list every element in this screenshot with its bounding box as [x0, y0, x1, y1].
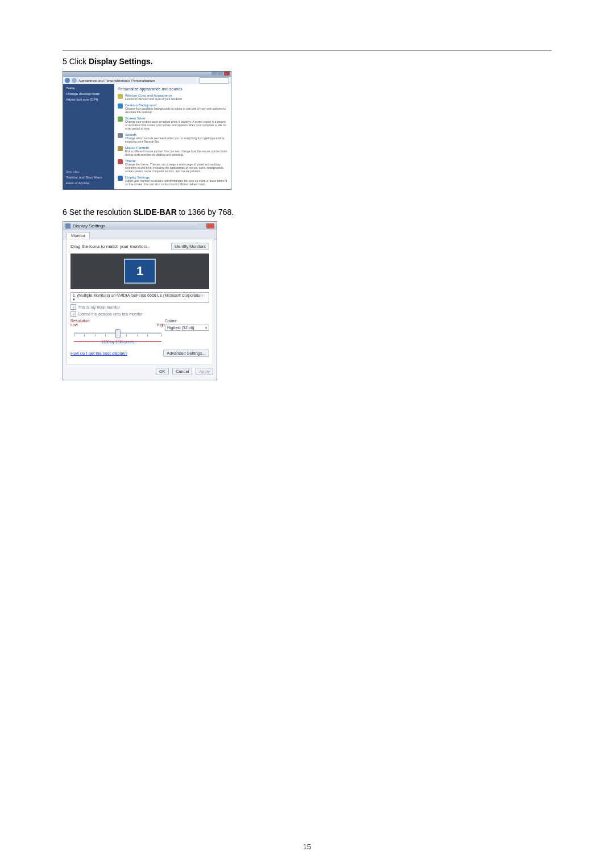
step-5: 5 Click Display Settings. [63, 56, 551, 68]
colors-dropdown[interactable]: Highest (32 bit) ▾ [165, 325, 209, 331]
display-settings-dialog: Display Settings Monitor Drag the icons … [63, 221, 217, 380]
window-color-icon [118, 94, 123, 99]
nav-forward-icon[interactable] [72, 78, 77, 83]
breadcrumb-text: Appearance and Personalization ▸ Persona… [78, 78, 155, 82]
window-controls [211, 72, 230, 77]
step-6: 6 Set the resolution SLIDE-BAR to 1366 b… [63, 207, 551, 218]
window-titlebar [63, 72, 231, 77]
screen-saver-icon [118, 117, 123, 122]
tab-strip: Monitor [63, 230, 217, 239]
checkbox-icon: ✓ [70, 311, 76, 317]
dialog-title: Display Settings [73, 223, 105, 229]
cancel-button[interactable]: Cancel [172, 368, 192, 375]
content-header: Personalize appearance and sounds [118, 87, 227, 91]
page-number: 15 [0, 842, 614, 851]
ok-button[interactable]: OK [156, 368, 169, 375]
monitor-number: 1 [136, 264, 143, 279]
colors-label: Colors: [165, 319, 209, 323]
sidebar-item-font-size[interactable]: Adjust font size (DPI) [66, 98, 111, 101]
nav-back-icon[interactable] [65, 78, 70, 83]
step-5-bold: Display Settings. [89, 57, 153, 66]
slider-high-label: High [157, 323, 165, 327]
monitor-preview[interactable]: 1 [70, 254, 209, 289]
minimize-icon[interactable] [211, 72, 217, 76]
personalization-window: Appearance and Personalization ▸ Persona… [63, 71, 231, 190]
sounds-icon [118, 133, 123, 138]
theme-icon [118, 159, 123, 164]
drag-hint: Drag the icons to match your monitors. [70, 244, 148, 249]
monitor-1[interactable]: 1 [124, 259, 156, 284]
sidebar-item-taskbar[interactable]: Taskbar and Start Menu [66, 176, 111, 179]
dialog-icon [65, 223, 70, 229]
extend-desktop-checkbox: ✓ Extend the desktop onto this monitor [70, 311, 209, 317]
sidebar-tasks-header: Tasks [66, 86, 111, 90]
slider-thumb[interactable] [115, 329, 121, 338]
sidebar-item-ease-of-access[interactable]: Ease of Access [66, 181, 111, 185]
personalization-content: Personalize appearance and sounds Window… [114, 84, 231, 189]
step-6-bold: SLIDE-BAR [134, 207, 177, 217]
sidebar-see-also-header: See also [66, 170, 111, 173]
desktop-background-icon [118, 103, 123, 109]
help-link[interactable]: How do I get the best display? [70, 351, 127, 356]
device-dropdown-text: 1. (Multiple Monitors) on NVIDIA GeForce… [73, 293, 207, 302]
main-monitor-checkbox: ✓ This is my main monitor [70, 304, 209, 310]
slider-low-label: Low [70, 323, 78, 327]
close-icon[interactable] [224, 72, 230, 76]
display-settings-icon [118, 176, 123, 181]
resolution-slider[interactable] [74, 328, 161, 339]
help-icon[interactable] [198, 223, 206, 229]
sidebar-item-desktop-icons[interactable]: Change desktop icons [66, 92, 111, 95]
step-6-prefix: 6 Set the resolution [63, 207, 134, 217]
close-icon[interactable] [206, 223, 214, 229]
sidebar: Tasks Change desktop icons Adjust font s… [63, 84, 114, 189]
apply-button: Apply [196, 368, 213, 375]
tab-monitor[interactable]: Monitor [67, 232, 90, 239]
device-dropdown[interactable]: 1. (Multiple Monitors) on NVIDIA GeForce… [70, 292, 209, 303]
maximize-icon[interactable] [218, 72, 223, 76]
advanced-settings-button[interactable]: Advanced Settings... [163, 350, 209, 357]
mouse-pointers-icon [118, 146, 123, 151]
colors-value: Highest (32 bit) [167, 326, 194, 330]
step-6-suffix: to 1366 by 768. [177, 207, 234, 217]
breadcrumb-bar: Appearance and Personalization ▸ Persona… [63, 77, 231, 84]
chevron-down-icon: ▾ [205, 326, 207, 330]
step-5-prefix: 5 Click [63, 57, 89, 66]
resolution-label: Resolution: [70, 319, 165, 323]
identify-monitors-button[interactable]: Identify Monitors [171, 243, 209, 250]
search-input[interactable] [200, 77, 229, 84]
checkbox-icon: ✓ [70, 304, 76, 310]
horizontal-rule [63, 50, 551, 51]
dialog-titlebar: Display Settings [63, 222, 217, 230]
